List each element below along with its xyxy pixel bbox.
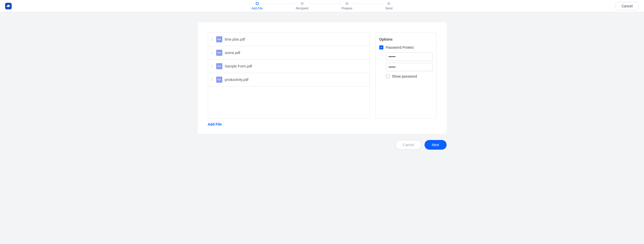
pdf-icon: PDF — [216, 77, 222, 83]
file-name: Sample Form.pdf — [225, 64, 252, 68]
file-row[interactable]: PDF productivity.pdf — [208, 73, 369, 86]
add-file-button[interactable]: Add File — [208, 122, 369, 126]
step-send: Send — [385, 2, 392, 10]
password-field[interactable] — [386, 53, 433, 61]
pdf-icon: PDF — [216, 63, 222, 69]
options-title: Options — [379, 37, 433, 41]
step-dot-icon — [387, 2, 390, 5]
show-password-label: Show password — [392, 74, 417, 78]
app-logo-icon — [5, 3, 12, 9]
step-recipient: Recipient — [296, 2, 308, 10]
drag-handle-icon[interactable] — [211, 38, 214, 41]
step-label: Send — [385, 7, 392, 10]
show-password-checkbox[interactable] — [386, 75, 389, 78]
header-cancel-button[interactable]: Cancel — [615, 2, 639, 10]
next-button[interactable]: Next — [425, 140, 447, 150]
footer-actions: Cancel Next — [198, 140, 447, 150]
password-protect-option[interactable]: Password Protect — [379, 45, 433, 49]
step-connector — [263, 4, 296, 4]
step-connector — [352, 4, 385, 4]
drag-handle-icon[interactable] — [211, 78, 214, 81]
step-dot-icon — [345, 2, 349, 5]
progress-stepper: Add File Recipient Prepare Send — [252, 2, 392, 10]
step-label: Prepare — [341, 7, 352, 10]
app-header: Add File Recipient Prepare Send Cancel — [0, 0, 644, 12]
step-dot-icon — [301, 2, 304, 5]
content-card: PDF time plan.pdf PDF scene.pdf PDF Samp… — [198, 22, 447, 134]
file-name: time plan.pdf — [225, 37, 245, 41]
step-label: Recipient — [296, 7, 308, 10]
step-dot-icon — [256, 2, 259, 5]
drag-handle-icon[interactable] — [211, 51, 214, 54]
file-name: scene.pdf — [225, 51, 240, 55]
file-row[interactable]: PDF Sample Form.pdf — [208, 60, 369, 73]
options-panel: Options Password Protect Show password — [375, 32, 436, 119]
file-row[interactable]: PDF scene.pdf — [208, 46, 369, 60]
files-column: PDF time plan.pdf PDF scene.pdf PDF Samp… — [208, 32, 369, 126]
show-password-option[interactable]: Show password — [379, 74, 433, 78]
file-name: productivity.pdf — [225, 78, 248, 82]
step-label: Add File — [252, 7, 263, 10]
file-row[interactable]: PDF time plan.pdf — [208, 33, 369, 46]
cancel-button[interactable]: Cancel — [396, 140, 421, 150]
password-protect-checkbox[interactable] — [379, 45, 383, 49]
password-confirm-field[interactable] — [386, 63, 433, 71]
step-prepare: Prepare — [341, 2, 352, 10]
drag-handle-icon[interactable] — [211, 65, 214, 67]
pdf-icon: PDF — [216, 36, 222, 42]
password-inputs — [379, 53, 433, 71]
step-connector — [308, 4, 341, 4]
step-add-file: Add File — [252, 2, 263, 10]
file-list: PDF time plan.pdf PDF scene.pdf PDF Samp… — [208, 32, 369, 119]
pdf-icon: PDF — [216, 50, 222, 56]
main-content: PDF time plan.pdf PDF scene.pdf PDF Samp… — [0, 12, 644, 160]
password-protect-label: Password Protect — [386, 45, 414, 49]
